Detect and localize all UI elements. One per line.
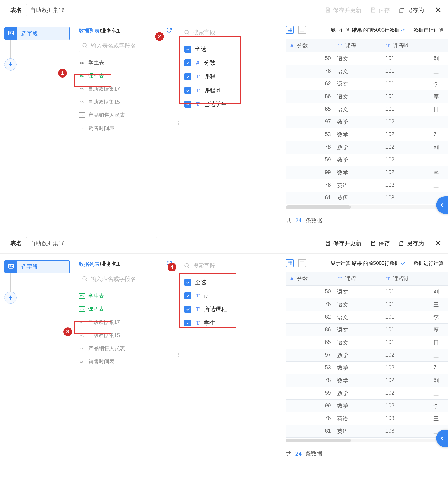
checkbox-checked-icon[interactable]	[184, 292, 192, 299]
save-icon	[370, 240, 376, 246]
cell-score: 50	[286, 52, 334, 65]
checkbox-checked-icon[interactable]	[184, 101, 192, 108]
field-search-input[interactable]: 搜索字段	[183, 260, 276, 272]
close-icon[interactable]: ✕	[435, 6, 441, 14]
refresh-icon[interactable]	[166, 27, 172, 35]
save-as-button[interactable]: 另存为	[399, 6, 424, 14]
table-item-label: 自助数据集15	[88, 332, 120, 339]
table-row[interactable]: 86 语文 101 厚	[286, 90, 448, 103]
cell-extra: 日	[430, 336, 441, 349]
field-item[interactable]: 全选	[183, 275, 276, 289]
table-item[interactable]: xls产品销售人员表	[74, 342, 177, 355]
column-header[interactable]: T课程id	[382, 39, 430, 52]
resize-handle-icon[interactable]: ⋮⋮	[176, 121, 180, 124]
table-name-input[interactable]	[26, 4, 157, 16]
table-view-icon[interactable]	[286, 259, 294, 267]
table-row[interactable]: 59 数学 102 三	[286, 154, 448, 166]
cell-course: 语文	[334, 324, 382, 336]
table-row[interactable]: 78 数学 102 刚	[286, 141, 448, 154]
table-item[interactable]: xls销售时间表	[74, 122, 177, 135]
column-header[interactable]: T课程	[334, 39, 382, 52]
resize-handle-icon[interactable]: ⋮⋮	[176, 354, 180, 357]
checkbox-checked-icon[interactable]	[184, 279, 192, 286]
save-button[interactable]: 保存	[370, 240, 390, 247]
table-row[interactable]: 53 数学 102 7	[286, 128, 448, 141]
horizontal-scrollbar[interactable]	[286, 205, 448, 209]
table-view-icon[interactable]	[286, 26, 294, 34]
table-item[interactable]: xls课程表	[74, 302, 177, 316]
checkbox-checked-icon[interactable]	[184, 73, 192, 80]
field-item[interactable]: T已选学生	[183, 97, 276, 111]
table-row[interactable]: 61 英语 103 三	[286, 425, 448, 438]
step-select-fields[interactable]: 选字段	[4, 260, 70, 273]
save-and-update-button[interactable]: 保存并更新	[325, 6, 361, 14]
column-header[interactable]: T课程id	[382, 272, 430, 285]
text-type-icon: T	[195, 293, 201, 299]
save-as-button[interactable]: 另存为	[399, 240, 424, 247]
table-row[interactable]: 97 数学 102 三	[286, 349, 448, 362]
preview-right-text: 数据进行计算	[413, 260, 444, 267]
column-header[interactable]: #分数	[286, 39, 334, 52]
table-row[interactable]: 59 数学 102 三	[286, 387, 448, 400]
table-row[interactable]: 50 语文 101 刚	[286, 52, 448, 65]
checkbox-checked-icon[interactable]	[184, 306, 192, 313]
table-row[interactable]: 97 数学 102 三	[286, 116, 448, 128]
checkbox-checked-icon[interactable]	[184, 320, 192, 326]
table-row[interactable]: 99 数学 102 李	[286, 400, 448, 412]
table-row[interactable]: 76 英语 103 三	[286, 412, 448, 425]
field-item[interactable]: T学生	[183, 316, 276, 330]
table-row[interactable]: 53 数学 102 7	[286, 362, 448, 374]
table-item[interactable]: xls学生表	[74, 289, 177, 302]
save-and-update-button[interactable]: 保存并更新	[325, 240, 361, 247]
table-row[interactable]: 62 语文 101 李	[286, 311, 448, 324]
table-row[interactable]: 65 语文 101 日	[286, 103, 448, 116]
table-name-input[interactable]	[26, 237, 157, 249]
checkbox-checked-icon[interactable]	[184, 59, 192, 66]
table-row[interactable]: 78 数学 102 刚	[286, 374, 448, 387]
horizontal-scrollbar[interactable]	[286, 439, 448, 443]
field-search-input[interactable]: 搜索字段	[183, 27, 276, 39]
checkbox-checked-icon[interactable]	[184, 46, 192, 53]
table-item[interactable]: xls销售时间表	[74, 355, 177, 368]
field-item[interactable]: #分数	[183, 56, 276, 70]
table-row[interactable]: 99 数学 102 李	[286, 166, 448, 179]
field-item[interactable]: T课程	[183, 70, 276, 83]
table-item[interactable]: 自助数据集17	[74, 82, 177, 95]
save-button[interactable]: 保存	[370, 6, 390, 14]
table-row[interactable]: 65 语文 101 日	[286, 336, 448, 349]
column-header-extra	[430, 39, 441, 52]
table-row[interactable]: 62 语文 101 李	[286, 78, 448, 90]
field-item[interactable]: 全选	[183, 42, 276, 56]
cell-score: 50	[286, 286, 334, 298]
add-step-button[interactable]: +	[4, 292, 17, 304]
table-item[interactable]: xls产品销售人员表	[74, 109, 177, 122]
table-row[interactable]: 76 语文 101 三	[286, 65, 448, 78]
select-fields-icon	[5, 27, 17, 40]
card-view-icon[interactable]	[298, 259, 306, 267]
table-row[interactable]: 50 语文 101 刚	[286, 286, 448, 298]
column-header[interactable]: T课程	[334, 272, 382, 285]
table-row[interactable]: 76 英语 103 三	[286, 179, 448, 192]
table-search-input[interactable]: 输入表名或字段名	[79, 273, 172, 285]
close-icon[interactable]: ✕	[435, 239, 441, 247]
table-row[interactable]: 86 语文 101 厚	[286, 324, 448, 336]
text-type-icon: T	[195, 74, 201, 79]
add-step-button[interactable]: +	[4, 58, 17, 71]
card-view-icon[interactable]	[298, 26, 306, 34]
xls-icon: xls	[79, 346, 85, 351]
table-row[interactable]: 61 英语 103 三	[286, 192, 448, 204]
checkbox-checked-icon[interactable]	[184, 87, 192, 94]
step-select-fields[interactable]: 选字段	[4, 27, 70, 40]
field-item[interactable]: T课程id	[183, 83, 276, 97]
table-item[interactable]: 自助数据集15	[74, 95, 177, 109]
table-search-input[interactable]: 输入表名或字段名	[79, 39, 172, 52]
table-item[interactable]: xls课程表	[74, 69, 177, 82]
table-row[interactable]: 76 语文 101 三	[286, 298, 448, 311]
field-item[interactable]: T所选课程	[183, 302, 276, 316]
table-item[interactable]: 自助数据集17	[74, 316, 177, 329]
field-item[interactable]: Tid	[183, 289, 276, 302]
column-header[interactable]: #分数	[286, 272, 334, 285]
table-item[interactable]: 自助数据集15	[74, 329, 177, 342]
cell-score: 76	[286, 298, 334, 311]
table-item[interactable]: xls学生表	[74, 56, 177, 69]
